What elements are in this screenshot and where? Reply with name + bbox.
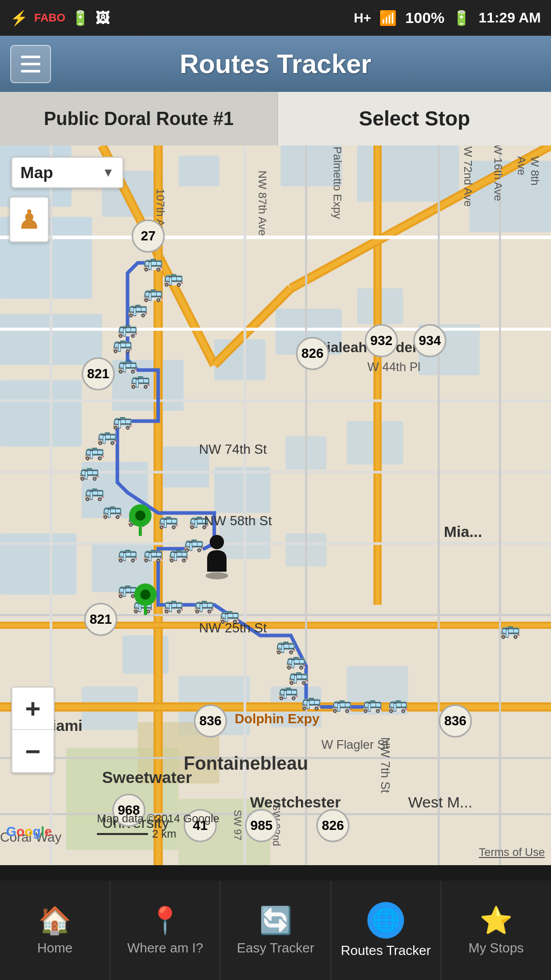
map-pin-1[interactable] — [128, 503, 153, 538]
signal-icon: 📶 — [379, 10, 397, 27]
nav-easy-tracker[interactable]: 🔄 Easy Tracker — [220, 880, 330, 980]
location-icon: 📍 — [148, 905, 182, 936]
nav-home[interactable]: 🏠 Home — [0, 880, 110, 980]
road-circle-826-3: 826 — [316, 809, 349, 842]
bus-icon-24: 🚌 — [163, 595, 184, 614]
road-circle-934: 934 — [413, 324, 446, 357]
bus-icon-21: 🚌 — [117, 544, 138, 563]
label-w44th: W 44th Pl — [367, 360, 420, 374]
tab-bar: Public Doral Route #1 Select Stop — [0, 92, 551, 145]
nav-routes-tracker[interactable]: 🌐 Routes Tracker — [331, 880, 441, 980]
road-circle-836-2: 836 — [194, 704, 227, 738]
label-sweetwater: Sweetwater — [102, 768, 192, 787]
bus-icon-19: 🚌 — [168, 544, 189, 563]
nav-my-stops[interactable]: ⭐ My Stops — [441, 880, 551, 980]
svg-rect-9 — [0, 380, 82, 447]
dropdown-arrow-icon: ▼ — [102, 165, 114, 180]
refresh-icon: 🔄 — [259, 905, 292, 936]
svg-point-60 — [135, 510, 145, 521]
hamburger-icon — [21, 56, 40, 72]
terms-of-use-link[interactable]: Terms of Use — [479, 846, 545, 859]
bus-icon-4: 🚌 — [128, 299, 148, 318]
status-left-icons: ⚡ FABO 🔋 🖼 — [10, 10, 110, 27]
label-nw58th: NW 58th St — [204, 513, 272, 529]
road-circle-985: 985 — [245, 809, 278, 842]
label-nw25th: NW 25th St — [199, 620, 267, 636]
bus-icon-34: 🚌 — [362, 694, 383, 714]
scale-bar: Map data ©2014 Google 2 km — [97, 812, 219, 841]
label-west-m: West M... — [408, 794, 472, 811]
label-nw72nd: NW 72nd Ave — [461, 145, 474, 207]
bus-icon-35: 🚌 — [388, 694, 408, 714]
nav-where-am-i[interactable]: 📍 Where am I? — [110, 880, 220, 980]
zoom-controls: + − — [11, 687, 55, 773]
zoom-in-button[interactable]: + — [11, 687, 55, 730]
map-container[interactable]: 🚌 🚌 🚌 🚌 🚌 🚌 🚌 🚌 🚌 🚌 🚌 🚌 🚌 🚌 🚌 🚌 — [0, 145, 551, 865]
header-title: Routes Tracker — [51, 48, 500, 79]
road-circle-826-1: 826 — [296, 337, 329, 370]
label-w8th: W 8th Ave — [515, 156, 541, 202]
label-westchester: Westchester — [250, 794, 341, 811]
road-circle-932: 932 — [365, 324, 398, 357]
status-bar: ⚡ FABO 🔋 🖼 H+ 📶 100% 🔋 11:29 AM — [0, 0, 551, 36]
google-logo: Google — [6, 824, 52, 840]
bus-icon-12: 🚌 — [79, 462, 99, 481]
status-right-icons: H+ 📶 100% 🔋 11:29 AM — [354, 9, 541, 27]
zoom-out-button[interactable]: − — [11, 730, 55, 773]
label-fontainebleau: Fontainebleau — [184, 753, 308, 774]
battery-icon: 🔋 — [453, 10, 470, 27]
label-w16th: W 16th Ave — [491, 145, 505, 201]
bus-icon-11: 🚌 — [84, 442, 105, 461]
svg-rect-17 — [214, 467, 270, 513]
label-nw87th: NW 87th Ave — [256, 170, 269, 236]
bus-icon-33: 🚌 — [332, 694, 352, 714]
header: Routes Tracker — [0, 36, 551, 92]
svg-point-62 — [140, 590, 151, 600]
bus-icon-13: 🚌 — [84, 482, 105, 502]
bus-icon-16: 🚌 — [158, 510, 179, 530]
label-sw97: SW 97 — [232, 810, 243, 840]
svg-point-63 — [206, 572, 228, 579]
battery-percent: 100% — [405, 9, 444, 27]
label-palmetto: Palmetto Expy — [331, 146, 344, 219]
battery-indicator: 🔋 — [71, 10, 89, 27]
bus-icon-31: 🚌 — [278, 681, 298, 701]
attribution: Map data ©2014 Google — [97, 812, 219, 825]
time: 11:29 AM — [479, 10, 541, 26]
current-location-marker — [199, 531, 235, 581]
bottom-nav: 🏠 Home 📍 Where am I? 🔄 Easy Tracker 🌐 Ro… — [0, 880, 551, 980]
home-icon: 🏠 — [38, 905, 71, 936]
star-icon: ⭐ — [480, 905, 513, 936]
bus-icon-20: 🚌 — [143, 544, 163, 563]
map-type-dropdown[interactable]: Map ▼ — [11, 157, 123, 188]
tab-stop[interactable]: Select Stop — [278, 92, 551, 145]
label-dolphin-expy: Dolphin Expy — [235, 711, 319, 727]
fab-icon: FABO — [34, 11, 65, 24]
bus-icon-8: 🚌 — [130, 370, 151, 389]
label-nw7th: NW 7th St — [378, 737, 392, 793]
street-view-person[interactable]: ♟ — [9, 197, 49, 242]
menu-button[interactable] — [10, 45, 51, 83]
image-icon: 🖼 — [95, 10, 110, 27]
scale-label: 2 km — [152, 827, 177, 841]
usb-icon: ⚡ — [10, 10, 28, 27]
bus-icon-25: 🚌 — [194, 595, 214, 614]
bus-icon-14: 🚌 — [102, 500, 122, 520]
label-nw74th: NW 74th St — [199, 442, 267, 457]
hplus-icon: H+ — [354, 10, 371, 26]
svg-rect-6 — [357, 145, 459, 202]
road-circle-821-1: 821 — [82, 357, 115, 390]
bus-icon-2: 🚌 — [163, 268, 184, 287]
label-miami: Mia... — [444, 523, 482, 541]
svg-point-64 — [210, 535, 224, 549]
road-circle-821-2: 821 — [84, 603, 117, 636]
bus-icon-6: 🚌 — [112, 334, 133, 354]
tab-route[interactable]: Public Doral Route #1 — [0, 92, 278, 145]
person-figure-icon: ♟ — [17, 204, 41, 235]
road-circle-27: 27 — [132, 219, 165, 253]
road-circle-836: 836 — [439, 704, 472, 738]
map-pin-2[interactable] — [133, 582, 158, 617]
bus-icon-32: 🚌 — [301, 692, 321, 711]
bus-icon-1: 🚌 — [143, 253, 163, 272]
svg-rect-4 — [179, 156, 219, 186]
